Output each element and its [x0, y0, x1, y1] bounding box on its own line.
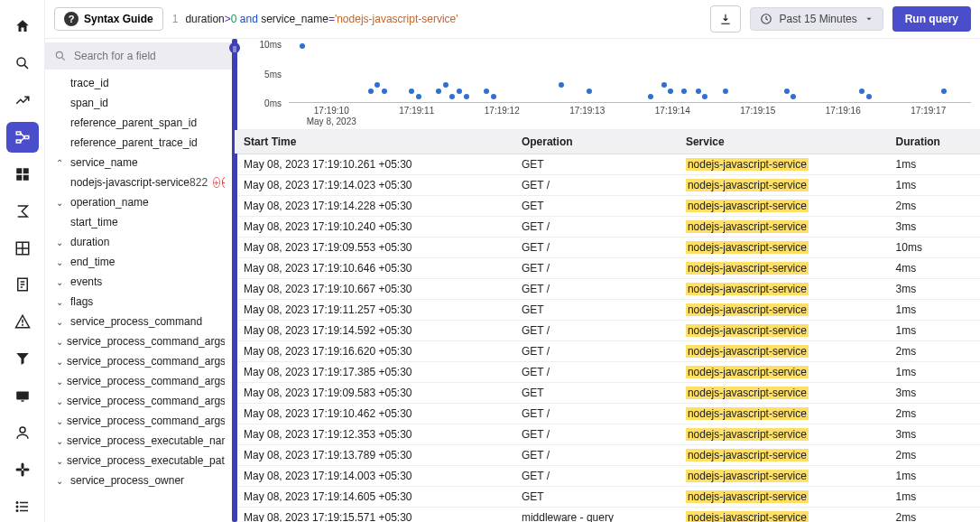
- table-row[interactable]: May 08, 2023 17:19:10.462 +05:30GET /nod…: [235, 404, 980, 424]
- latency-scatter-chart[interactable]: 10ms5ms0ms 17:19:1017:19:1117:19:1217:19…: [247, 44, 971, 126]
- syntax-guide-button[interactable]: ? Syntax Guide: [54, 7, 163, 31]
- field-row[interactable]: span_id: [54, 93, 225, 113]
- table-row[interactable]: May 08, 2023 17:19:14.003 +05:30GET /nod…: [235, 466, 980, 487]
- data-point[interactable]: [449, 94, 455, 99]
- field-row[interactable]: ⌄flags: [54, 292, 225, 312]
- nav-reports[interactable]: [6, 269, 39, 301]
- field-row[interactable]: ⌄service_process_command_args_value...: [54, 371, 225, 391]
- nav-user[interactable]: [6, 416, 39, 448]
- field-row[interactable]: ⌄duration: [54, 232, 225, 252]
- table-row[interactable]: May 08, 2023 17:19:14.023 +05:30GET /nod…: [235, 175, 980, 196]
- field-row[interactable]: trace_id: [54, 73, 225, 93]
- data-point[interactable]: [368, 89, 374, 94]
- run-query-button[interactable]: Run query: [892, 6, 971, 32]
- field-search[interactable]: [45, 42, 234, 70]
- nav-home[interactable]: [6, 11, 39, 42]
- table-row[interactable]: May 08, 2023 17:19:17.385 +05:30GET /nod…: [235, 362, 980, 383]
- data-point[interactable]: [416, 94, 421, 99]
- nav-funnel[interactable]: [6, 343, 39, 375]
- field-row[interactable]: ⌄events: [54, 272, 225, 292]
- nav-dashboards[interactable]: [6, 158, 39, 190]
- field-row[interactable]: ⌃service_name: [54, 153, 225, 172]
- data-point[interactable]: [587, 89, 592, 94]
- data-point[interactable]: [702, 94, 707, 99]
- data-point[interactable]: [723, 89, 728, 94]
- nav-list[interactable]: [6, 490, 39, 522]
- data-point[interactable]: [668, 89, 673, 94]
- field-search-input[interactable]: [74, 50, 225, 62]
- query-input[interactable]: 1 duration>0 and service_name='nodejs-ja…: [172, 13, 701, 25]
- time-range-picker[interactable]: Past 15 Minutes: [750, 7, 883, 31]
- field-row[interactable]: ⌄service_process_command_args_value...: [54, 391, 225, 411]
- field-row[interactable]: reference_parent_trace_id: [54, 133, 225, 153]
- data-point[interactable]: [648, 94, 653, 99]
- data-point[interactable]: [941, 89, 947, 94]
- nav-panel[interactable]: [6, 380, 39, 412]
- data-point[interactable]: [784, 89, 790, 94]
- nav-metrics[interactable]: [6, 85, 39, 117]
- table-row[interactable]: May 08, 2023 17:19:14.592 +05:30GET /nod…: [235, 321, 980, 341]
- table-row[interactable]: May 08, 2023 17:19:16.620 +05:30GET /nod…: [235, 341, 980, 362]
- field-row[interactable]: ⌄service_process_executable_name: [54, 431, 225, 451]
- data-point[interactable]: [790, 94, 796, 99]
- data-point[interactable]: [409, 89, 414, 94]
- field-row[interactable]: start_time: [54, 212, 225, 232]
- field-row[interactable]: ⌄end_time: [54, 252, 225, 272]
- table-header[interactable]: Service: [677, 130, 887, 154]
- table-header[interactable]: Duration: [887, 130, 980, 154]
- data-point[interactable]: [491, 94, 496, 99]
- data-point[interactable]: [436, 89, 441, 94]
- exclude-icon[interactable]: −: [222, 177, 226, 188]
- data-point[interactable]: [443, 82, 448, 88]
- field-row[interactable]: ⌄service_process_command_args_value...: [54, 411, 225, 431]
- svg-point-31: [16, 506, 18, 508]
- table-row[interactable]: May 08, 2023 17:19:09.553 +05:30GET /nod…: [235, 238, 980, 258]
- cell-duration: 1ms: [887, 300, 980, 321]
- table-row[interactable]: May 08, 2023 17:19:11.257 +05:30GETnodej…: [235, 300, 980, 321]
- field-row[interactable]: ⌄operation_name: [54, 192, 225, 212]
- data-point[interactable]: [382, 89, 387, 94]
- data-point[interactable]: [559, 82, 564, 88]
- data-point[interactable]: [457, 89, 462, 94]
- table-header[interactable]: Operation: [513, 130, 677, 154]
- data-point[interactable]: [484, 89, 489, 94]
- data-point[interactable]: [696, 89, 701, 94]
- table-row[interactable]: May 08, 2023 17:19:15.571 +05:30middlewa…: [235, 508, 980, 523]
- nav-traces[interactable]: [6, 122, 39, 154]
- field-row[interactable]: ⌄service_process_command_args_value...: [54, 351, 225, 371]
- nav-search[interactable]: [6, 48, 39, 79]
- data-point[interactable]: [300, 43, 305, 49]
- data-point[interactable]: [374, 82, 380, 88]
- data-point[interactable]: [859, 89, 864, 94]
- table-row[interactable]: May 08, 2023 17:19:10.667 +05:30GET /nod…: [235, 279, 980, 300]
- nav-alerts[interactable]: [6, 306, 39, 338]
- nav-sigma[interactable]: [6, 195, 39, 227]
- field-row[interactable]: reference_parent_span_id: [54, 113, 225, 133]
- table-row[interactable]: May 08, 2023 17:19:10.261 +05:30GETnodej…: [235, 154, 980, 175]
- data-point[interactable]: [464, 94, 469, 99]
- download-button[interactable]: [710, 5, 741, 33]
- table-row[interactable]: May 08, 2023 17:19:13.789 +05:30GET /nod…: [235, 445, 980, 466]
- table-row[interactable]: May 08, 2023 17:19:12.353 +05:30GET /nod…: [235, 424, 980, 445]
- table-header[interactable]: Start Time: [235, 130, 513, 154]
- data-point[interactable]: [681, 89, 687, 94]
- field-row[interactable]: ⌄service_process_owner: [54, 471, 225, 490]
- nav-table[interactable]: [6, 232, 39, 264]
- table-row[interactable]: May 08, 2023 17:19:14.605 +05:30GETnodej…: [235, 487, 980, 508]
- field-row[interactable]: nodejs-javascript-service822+−: [54, 172, 225, 192]
- field-row[interactable]: ⌄service_process_command_args_value...: [54, 331, 225, 351]
- cell-operation: GET /: [513, 466, 677, 487]
- fields-list[interactable]: trace_idspan_idreference_parent_span_idr…: [45, 71, 234, 522]
- data-point[interactable]: [866, 94, 872, 99]
- table-row[interactable]: May 08, 2023 17:19:10.646 +05:30GET /nod…: [235, 258, 980, 279]
- table-row[interactable]: May 08, 2023 17:19:09.583 +05:30GETnodej…: [235, 383, 980, 404]
- nav-slack[interactable]: [6, 453, 39, 485]
- field-row[interactable]: ⌄service_process_command: [54, 312, 225, 331]
- include-icon[interactable]: +: [213, 177, 219, 188]
- results-table-wrapper[interactable]: Start TimeOperationServiceDuration May 0…: [235, 129, 980, 522]
- field-row[interactable]: ⌄service_process_executable_path: [54, 451, 225, 471]
- data-point[interactable]: [661, 82, 667, 88]
- table-row[interactable]: May 08, 2023 17:19:10.240 +05:30GET /nod…: [235, 217, 980, 238]
- table-row[interactable]: May 08, 2023 17:19:14.228 +05:30GETnodej…: [235, 196, 980, 217]
- splitter[interactable]: ||: [232, 39, 237, 522]
